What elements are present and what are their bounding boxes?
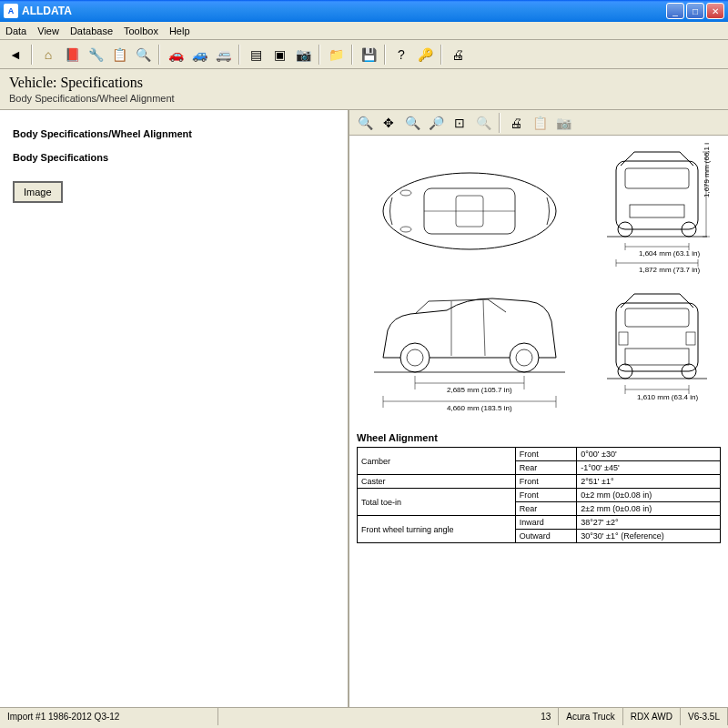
- cell-pos: Front: [515, 489, 577, 502]
- cell-pos: Rear: [515, 461, 577, 475]
- svg-rect-6: [616, 161, 698, 229]
- window-title: ALLDATA: [22, 5, 666, 17]
- dim-front-track: 1,604 mm (63.1 in): [639, 249, 700, 258]
- app-icon: A: [4, 4, 18, 18]
- zoom-in-icon[interactable]: 🔍: [355, 113, 375, 133]
- zoom-blue-icon[interactable]: 🔍: [402, 113, 422, 133]
- cell-val: -1°00' ±45': [577, 461, 721, 475]
- tool1-icon[interactable]: 🔧: [86, 45, 106, 65]
- doc-icon[interactable]: ▣: [269, 45, 289, 65]
- svg-rect-7: [625, 168, 689, 188]
- table-row: Total toe-in Front 0±2 mm (0±0.08 in): [358, 489, 721, 502]
- help-icon[interactable]: ?: [391, 45, 411, 65]
- page-title: Vehicle: Specifications: [9, 75, 719, 91]
- svg-point-4: [400, 190, 411, 196]
- zoom-fit-icon[interactable]: ⊡: [450, 113, 470, 133]
- cell-param: Front wheel turning angle: [358, 516, 516, 543]
- spec-heading-2: Body Specifications: [13, 152, 335, 163]
- status-make: Acura Truck: [559, 708, 622, 725]
- svg-point-5: [400, 227, 411, 232]
- image-button[interactable]: Image: [13, 181, 63, 203]
- key-icon[interactable]: 🔑: [415, 45, 435, 65]
- camera-icon[interactable]: 📷: [293, 45, 313, 65]
- image-toolbar: 🔍 ✥ 🔍 🔎 ⊡ 🔍 🖨 📋 📷: [349, 110, 728, 136]
- titlebar: A ALLDATA _ □ ✕: [0, 0, 728, 22]
- menu-toolbox[interactable]: Toolbox: [124, 25, 158, 36]
- cell-val: 0°00' ±30': [577, 448, 721, 461]
- red-car-icon[interactable]: 🚗: [166, 45, 186, 65]
- blue-car-icon[interactable]: 🚙: [189, 45, 209, 65]
- status-num: 13: [533, 708, 559, 725]
- svg-rect-36: [625, 349, 689, 365]
- folder-icon[interactable]: 📁: [326, 45, 346, 65]
- menu-database[interactable]: Database: [70, 25, 113, 36]
- cell-val: 2±2 mm (0±0.08 in): [577, 502, 721, 516]
- svg-rect-38: [686, 332, 695, 345]
- print-image-icon[interactable]: 🖨: [506, 113, 526, 133]
- car-top-view: [357, 143, 582, 279]
- svg-line-22: [483, 300, 485, 356]
- dim-wheelbase: 2,685 mm (105.7 in): [447, 386, 512, 394]
- cell-val: 2°51' ±1°: [577, 475, 721, 489]
- home-icon[interactable]: ⌂: [38, 45, 58, 65]
- print-icon[interactable]: 🖨: [448, 45, 468, 65]
- svg-rect-37: [619, 332, 628, 345]
- dim-height: 1,679 mm (66.1 in): [703, 143, 711, 197]
- window-controls: _ □ ✕: [666, 3, 724, 19]
- table-row: Front wheel turning angle Inward 38°27' …: [358, 516, 721, 530]
- orange-car-icon[interactable]: 🚐: [213, 45, 233, 65]
- camera2-icon[interactable]: 📷: [553, 113, 573, 133]
- statusbar: Import #1 1986-2012 Q3-12 13 Acura Truck…: [0, 707, 728, 725]
- list-icon[interactable]: ▤: [246, 45, 266, 65]
- dim-rear-track: 1,610 mm (63.4 in): [637, 393, 698, 401]
- cell-pos: Outward: [515, 530, 577, 543]
- wheel-alignment-title: Wheel Alignment: [357, 432, 721, 443]
- left-panel: Body Specifications/Wheel Alignment Body…: [0, 110, 349, 707]
- wheel-alignment-section: Wheel Alignment Camber Front 0°00' ±30' …: [357, 432, 721, 543]
- status-import: Import #1 1986-2012 Q3-12: [0, 708, 218, 725]
- cell-pos: Rear: [515, 502, 577, 516]
- minimize-button[interactable]: _: [666, 3, 684, 19]
- cell-pos: Front: [515, 475, 577, 489]
- car-side-view: 2,685 mm (105.7 in) 4,660 mm (183.5 in): [357, 285, 582, 421]
- main-toolbar: ◄ ⌂ 📕 🔧 📋 🔍 🚗 🚙 🚐 ▤ ▣ 📷 📁 💾 ? 🔑 🖨: [0, 40, 728, 69]
- pan-icon[interactable]: ✥: [379, 113, 399, 133]
- cell-param: Total toe-in: [358, 489, 516, 516]
- book-icon[interactable]: 📕: [62, 45, 82, 65]
- menu-data[interactable]: Data: [5, 25, 26, 36]
- tool2-icon[interactable]: 📋: [109, 45, 129, 65]
- svg-rect-8: [630, 205, 684, 217]
- svg-rect-34: [616, 303, 698, 371]
- svg-rect-35: [625, 308, 689, 327]
- zoom-out-icon[interactable]: 🔎: [426, 113, 446, 133]
- right-panel: 🔍 ✥ 🔍 🔎 ⊡ 🔍 🖨 📋 📷: [349, 110, 728, 707]
- cell-pos: Front: [515, 448, 577, 461]
- maximize-button[interactable]: □: [686, 3, 704, 19]
- content-area: Body Specifications/Wheel Alignment Body…: [0, 110, 728, 707]
- menu-help[interactable]: Help: [169, 25, 190, 36]
- cell-val: 38°27' ±2°: [577, 516, 721, 530]
- menubar: Data View Database Toolbox Help: [0, 22, 728, 40]
- zoom-reset-icon[interactable]: 🔍: [473, 113, 493, 133]
- tool3-icon[interactable]: 🔍: [133, 45, 153, 65]
- car-rear-view: 1,610 mm (63.4 in): [588, 285, 726, 421]
- save-icon[interactable]: 💾: [359, 45, 379, 65]
- table-row: Caster Front 2°51' ±1°: [358, 475, 721, 489]
- svg-point-23: [400, 343, 430, 372]
- back-button[interactable]: ◄: [5, 45, 25, 65]
- copy-icon[interactable]: 📋: [530, 113, 550, 133]
- cell-param: Caster: [358, 475, 516, 489]
- spec-heading-1: Body Specifications/Wheel Alignment: [13, 128, 335, 139]
- cell-param: Camber: [358, 448, 516, 475]
- table-row: Camber Front 0°00' ±30': [358, 448, 721, 461]
- dim-length: 4,660 mm (183.5 in): [447, 404, 512, 412]
- breadcrumb: Body Specifications/Wheel Alignment: [9, 93, 719, 104]
- cell-pos: Inward: [515, 516, 577, 530]
- close-button[interactable]: ✕: [706, 3, 724, 19]
- car-front-view: 1,604 mm (63.1 in) 1,872 mm (73.7 in) 1,…: [588, 143, 726, 279]
- alignment-table: Camber Front 0°00' ±30' Rear -1°00' ±45'…: [357, 447, 721, 543]
- cell-val: 30°30' ±1° (Reference): [577, 530, 721, 543]
- page-header: Vehicle: Specifications Body Specificati…: [0, 69, 728, 110]
- menu-view[interactable]: View: [37, 25, 59, 36]
- dim-front-width: 1,872 mm (73.7 in): [639, 266, 700, 274]
